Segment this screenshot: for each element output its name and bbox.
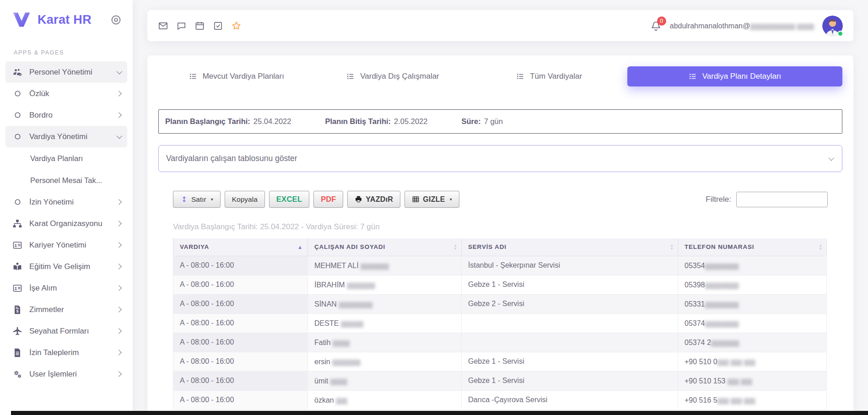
satir-button[interactable]: Satır▾ (173, 191, 221, 208)
sidebar-item-user-islemleri[interactable]: User İşlemleri (5, 363, 127, 385)
caret-down-icon: ▾ (450, 197, 452, 202)
topbar-right: 0 abdulrahmanalothman@▆▆▆▆▆▆▆▆.▆▆▆ (650, 16, 843, 36)
table-header-row: VARDIYA▲ÇALIŞAN ADI SOYADI▲▼SERVİS ADI▲▼… (173, 238, 827, 256)
sidebar-pin-toggle-icon[interactable] (110, 14, 122, 26)
circle-icon (12, 131, 23, 142)
tab-label: Vardiya Dış Çalışmalar (360, 72, 439, 81)
sidebar-item-label: İşe Alım (29, 284, 57, 293)
cell-shift: A - 08:00 - 16:00 (173, 313, 308, 333)
column-header-vardiya[interactable]: VARDIYA▲ (173, 238, 308, 256)
tab-tum-vardiyalar[interactable]: Tüm Vardiyalar (471, 66, 627, 86)
sidebar-item-zimmetler[interactable]: $Zimmetler (5, 299, 127, 320)
sidebar-item-karat-organizasyonu[interactable]: Karat Organizasyonu (5, 213, 127, 234)
chevron-right-icon (116, 307, 122, 313)
cell-employee-name: MEHMET ALİ ▆▆▆▆▆ (308, 256, 462, 275)
list-icon (346, 72, 355, 81)
table-buttons: Satır▾KopyalaEXCELPDFYAZDıRGIZLE▾ (173, 191, 464, 208)
column-header-calisan-adi-soyadi[interactable]: ÇALIŞAN ADI SOYADI▲▼ (308, 238, 462, 256)
content-card: Mevcut Vardiya PlanlarıVardiya Dış Çalış… (147, 55, 853, 415)
button-label: EXCEL (276, 195, 302, 204)
cell-employee-name: DESTE ▆▆▆▆ (308, 313, 462, 333)
list-icon (189, 72, 197, 81)
table-row: A - 08:00 - 16:00özkan ▆▆Darıca -Çayırov… (173, 390, 827, 410)
cell-employee-name: ümit ▆▆▆ (308, 371, 462, 390)
button-label: Kopyala (232, 195, 258, 204)
calendar-icon[interactable] (194, 21, 205, 31)
tab-mevcut-vardiya-planlari[interactable]: Mevcut Vardiya Planları (158, 66, 315, 86)
sort-ascending-icon: ▲ (297, 244, 303, 250)
cell-phone: +90 510 0▆▆ ▆▆ ▆▆ (678, 352, 827, 371)
gizle-button[interactable]: GIZLE▾ (404, 191, 459, 208)
redacted-surname: ▆▆▆▆ (341, 319, 363, 327)
sidebar-item-kariyer-yonetimi[interactable]: Kariyer Yönetimi (5, 234, 127, 256)
circle-icon (12, 88, 23, 99)
app-window: Karat HR APPS & PAGES Personel YönetimiÖ… (0, 0, 868, 415)
main-area: 0 abdulrahmanalothman@▆▆▆▆▆▆▆▆.▆▆▆ Mevcu… (133, 0, 868, 415)
redacted-phone-digits: ▆▆▆▆▆▆ (705, 281, 739, 289)
id-card-icon (12, 283, 23, 294)
filter-input[interactable] (736, 192, 828, 207)
sidebar-item-label: Personel Mesai Tak... (30, 176, 102, 185)
sidebar-item-ozluk[interactable]: Özlük (5, 83, 127, 104)
gears-icon (12, 369, 23, 380)
cell-shift: A - 08:00 - 16:00 (173, 333, 308, 352)
tab-vardiya-plani-detaylari[interactable]: Vardiya Planı Detayları (627, 66, 842, 86)
cell-service: Gebze 2 - Servisi (462, 294, 678, 313)
cell-employee-name: İBRAHİM ▆▆▆▆▆ (308, 275, 462, 294)
cell-phone: +90 516 5▆▆ ▆▆ ▆▆ (678, 390, 827, 410)
check-square-icon[interactable] (213, 21, 223, 31)
redacted-surname: ▆▆▆▆▆ (347, 281, 375, 289)
excel-button[interactable]: EXCEL (269, 191, 310, 208)
sidebar-item-izin-taleplerim[interactable]: İzin Taleplerim (5, 342, 127, 363)
circle-icon (12, 110, 23, 121)
column-label: VARDIYA (180, 243, 209, 250)
cell-service: Gebze 1 - Servisi (462, 352, 678, 371)
chevron-right-icon (116, 91, 122, 97)
bell-icon (650, 25, 662, 33)
sidebar-item-bordro[interactable]: Bordro (5, 104, 127, 126)
pdf-button[interactable]: PDF (313, 191, 343, 208)
sidebar-item-egitim-ve-gelisim[interactable]: Eğitim Ve Gelişim (5, 256, 127, 277)
cell-employee-name: özkan ▆▆ (308, 390, 462, 410)
sort-icons: ▲▼ (453, 244, 458, 250)
invoice-dollar-icon: $ (12, 304, 23, 315)
plan-end-date: Planın Bitiş Tarihi:2.05.2022 (325, 117, 427, 126)
accordion-label: Vardiyaların çalışan tablosunu göster (166, 154, 297, 163)
sidebar-item-izin-yonetimi[interactable]: İzin Yönetimi (5, 191, 127, 213)
id-card-icon (12, 240, 23, 251)
chat-icon[interactable] (176, 21, 187, 31)
sidebar-item-personel-mesai-tak[interactable]: Personel Mesai Tak... (5, 169, 127, 191)
user-email[interactable]: abdulrahmanalothman@▆▆▆▆▆▆▆▆.▆▆▆ (670, 22, 814, 30)
sidebar-item-label: Seyahat Formları (29, 327, 89, 336)
sort-icons: ▲▼ (819, 244, 823, 250)
chevron-right-icon (116, 221, 122, 226)
notifications-bell-icon[interactable]: 0 (650, 20, 662, 32)
shift-table: VARDIYA▲ÇALIŞAN ADI SOYADI▲▼SERVİS ADI▲▼… (173, 238, 827, 410)
column-header-telefon-numarasi[interactable]: TELEFON NUMARASI▲▼ (678, 238, 827, 256)
column-header-servis-adi[interactable]: SERVİS ADI▲▼ (462, 238, 678, 256)
show-employee-table-accordion[interactable]: Vardiyaların çalışan tablosunu göster (158, 145, 842, 172)
cell-shift: A - 08:00 - 16:00 (173, 256, 308, 275)
user-avatar[interactable] (822, 16, 843, 36)
sidebar-item-label: Vardiya Planları (30, 154, 83, 163)
redacted-surname: ▆▆▆▆▆ (361, 262, 389, 269)
tab-vardiya-dis-calismalar[interactable]: Vardiya Dış Çalışmalar (315, 66, 471, 86)
yazdir-button[interactable]: YAZDıR (347, 191, 400, 208)
kopyala-button[interactable]: Kopyala (225, 191, 265, 208)
star-icon[interactable] (231, 21, 242, 31)
button-label: PDF (321, 195, 336, 204)
redacted-phone-digits: ▆▆▆▆▆ (711, 339, 739, 346)
sidebar-item-vardiya-planlari[interactable]: Vardiya Planları (5, 147, 127, 169)
sidebar-item-label: Karat Organizasyonu (29, 219, 102, 228)
table-row: A - 08:00 - 16:00SİNAN ▆▆▆▆▆▆Gebze 2 - S… (173, 294, 827, 313)
sidebar-item-seyahat-formlari[interactable]: Seyahat Formları (5, 320, 127, 342)
redacted-phone-digits: ▆▆▆▆▆▆ (705, 300, 739, 308)
sidebar-item-vardiya-yonetimi[interactable]: Vardiya Yönetimi (5, 126, 127, 147)
sidebar-item-personel-yonetimi[interactable]: Personel Yönetimi (5, 61, 127, 83)
app-title: Karat HR (38, 13, 92, 27)
cell-shift: A - 08:00 - 16:00 (173, 371, 308, 390)
sidebar-item-ise-alim[interactable]: İşe Alım (5, 277, 127, 299)
mail-icon[interactable] (158, 21, 168, 31)
topbar: 0 abdulrahmanalothman@▆▆▆▆▆▆▆▆.▆▆▆ (147, 10, 853, 41)
cell-employee-name: Fatih ▆▆▆ (308, 333, 462, 352)
